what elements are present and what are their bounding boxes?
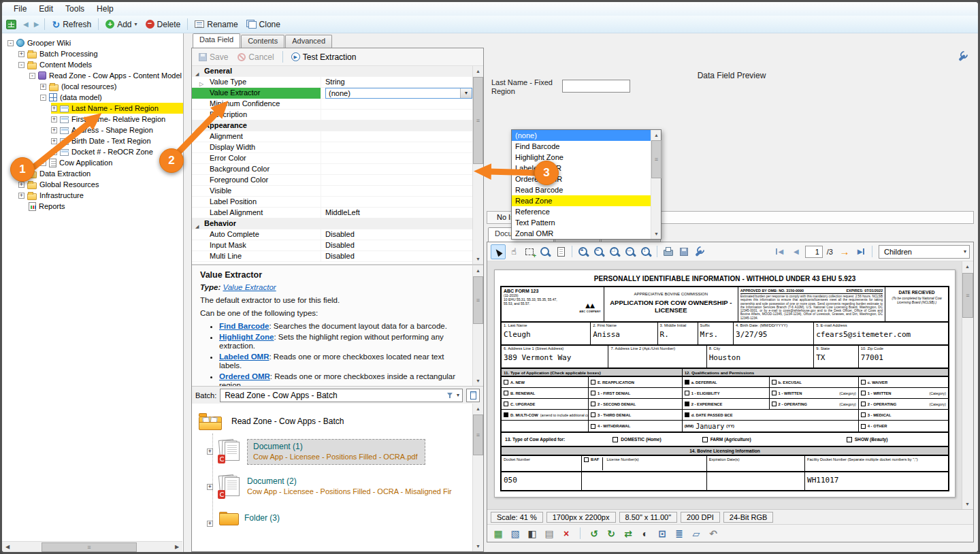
children-dropdown[interactable]: Children▾ — [879, 245, 970, 259]
forward-button[interactable]: ▶ — [31, 19, 42, 29]
menu-help[interactable]: Help — [91, 3, 120, 14]
tree-item-infrastructure[interactable]: +Infrastructure — [2, 190, 183, 201]
property-row-value-type[interactable]: ▷Value TypeString — [192, 77, 483, 88]
batch-expand-icon[interactable]: + — [207, 449, 213, 455]
pointer-button[interactable] — [491, 244, 506, 259]
category-collapse-icon[interactable]: ◢ — [195, 69, 199, 77]
dropdown-item-none[interactable]: (none) — [512, 130, 651, 141]
expand-icon[interactable]: + — [18, 182, 24, 188]
scroll-down-icon[interactable]: ▼ — [962, 499, 973, 509]
property-row-visible[interactable]: Visible — [192, 186, 483, 197]
zoom-selection-button[interactable]: □ — [607, 244, 622, 259]
property-row-minimum-confidence[interactable]: Minimum Confidence — [192, 99, 483, 110]
scroll-thumb[interactable] — [651, 140, 662, 178]
menu-tools[interactable]: Tools — [59, 3, 91, 14]
page-number-input[interactable]: 1 — [805, 246, 823, 258]
rotate-right-button[interactable]: ↻ — [605, 527, 617, 540]
dropdown-scrollbar[interactable]: ▲ ▼ — [651, 130, 661, 239]
dropdown-item-reference[interactable]: Reference — [512, 206, 651, 217]
value-extractor-combo[interactable]: (none)▾ — [325, 88, 472, 99]
tree-item-local-resources[interactable]: +(local resources) — [2, 81, 183, 92]
panel-splitter[interactable] — [184, 33, 191, 552]
collapse-icon[interactable]: - — [18, 62, 24, 68]
scroll-thumb[interactable] — [962, 273, 973, 318]
help-term-link[interactable]: Labeled OMR — [219, 353, 269, 361]
test-extraction-button[interactable]: ▶Test Extraction — [287, 51, 361, 63]
menu-edit[interactable]: Edit — [33, 3, 59, 14]
tab-advanced[interactable]: Advanced — [285, 35, 332, 48]
tree-item-batch-processing[interactable]: +Batch Processing — [2, 48, 183, 59]
next-page-button[interactable]: → — [837, 244, 852, 259]
undo-button[interactable]: ↶ — [707, 527, 719, 540]
batch-expand-icon[interactable]: + — [207, 484, 213, 490]
batch-scrollbar[interactable]: ▲ ▼ — [472, 404, 483, 551]
document-area[interactable]: PERSONALLY IDENTIFIABLE INFORMATION - WI… — [487, 261, 973, 509]
help-term-link[interactable]: Highlight Zone — [219, 333, 274, 341]
tree-item-content-models[interactable]: -Content Models — [2, 59, 183, 70]
property-row-alignment[interactable]: Alignment — [192, 131, 483, 142]
tree-item-grooper-wiki[interactable]: -Grooper Wiki — [2, 37, 183, 48]
scroll-up-icon[interactable]: ▲ — [651, 130, 662, 140]
batch-selector[interactable]: Read Zone - Cow Apps - Batch ▾ — [220, 389, 463, 402]
batch-item-document-1[interactable]: Document (1)Cow App - Licensee - Positio… — [219, 439, 425, 465]
refresh-button[interactable]: ↻Refresh — [48, 18, 95, 31]
dropdown-item-read-barcode[interactable]: Read Barcode — [512, 184, 651, 195]
help-term-link[interactable]: Ordered OMR — [219, 372, 270, 380]
save-view-button[interactable] — [676, 244, 691, 259]
property-row-label-alignment[interactable]: Label AlignmentMiddleLeft — [192, 208, 483, 218]
expand-icon[interactable]: + — [40, 160, 46, 166]
tree-item-first-name-relative-region[interactable]: +First Name- Relative Region — [2, 114, 183, 125]
property-expand-icon[interactable]: ▷ — [199, 79, 203, 88]
collapse-icon[interactable]: - — [29, 73, 35, 79]
scroll-down-icon[interactable]: ▼ — [651, 229, 662, 239]
tree-item-address-shape-region[interactable]: +Address - Shape Region — [2, 125, 183, 135]
property-row-auto-complete[interactable]: Auto CompleteDisabled — [192, 229, 483, 240]
batch-root-node[interactable]: Read Zone - Cow Apps - Batch — [199, 412, 344, 430]
expand-icon[interactable]: + — [40, 84, 46, 90]
scroll-down-icon[interactable]: ▼ — [473, 376, 483, 386]
zoom-window-button[interactable] — [538, 244, 553, 259]
scroll-thumb[interactable] — [473, 414, 483, 455]
save-image-button[interactable]: ▦ — [492, 527, 504, 540]
property-row-value-extractor[interactable]: Value Extractor(none)▾ — [192, 88, 483, 99]
category-collapse-icon[interactable]: ◢ — [195, 123, 199, 131]
scroll-left-icon[interactable]: ◀ — [2, 542, 13, 553]
invert-button[interactable]: ◐ — [639, 527, 651, 540]
property-row-foreground-color[interactable]: Foreground Color — [192, 175, 483, 186]
viewer-settings-button[interactable] — [692, 244, 707, 259]
scroll-up-icon[interactable]: ▲ — [473, 265, 483, 276]
scroll-thumb[interactable] — [42, 542, 137, 552]
scroll-thumb[interactable] — [473, 276, 483, 324]
scroll-up-icon[interactable]: ▲ — [473, 66, 483, 76]
scroll-right-icon[interactable]: ▶ — [172, 542, 182, 553]
print-button[interactable] — [661, 244, 676, 259]
expand-icon[interactable]: + — [51, 127, 57, 133]
preview-field-input[interactable] — [562, 80, 630, 93]
dropdown-item-zonal-omr[interactable]: Zonal OMR — [512, 228, 651, 239]
export-image-button[interactable]: ▤ — [543, 527, 555, 540]
expand-icon[interactable]: + — [18, 51, 24, 57]
scroll-down-icon[interactable]: ▼ — [473, 254, 483, 264]
help-type-link[interactable]: Value Extractor — [223, 283, 276, 291]
batch-document-button[interactable] — [466, 389, 480, 402]
back-button[interactable]: ◀ — [20, 19, 31, 29]
tree-item-last-name-fixed-region[interactable]: +Last Name - Fixed Region — [2, 103, 183, 114]
expand-icon[interactable]: + — [51, 105, 57, 112]
dropdown-item-read-zone[interactable]: Read Zone — [512, 195, 651, 206]
batch-expand-icon[interactable]: + — [207, 521, 213, 527]
property-row-label-position[interactable]: Label Position — [192, 197, 483, 208]
rotate-left-button[interactable]: ↺ — [588, 527, 600, 540]
tree-item-global-resources[interactable]: +Global Resources — [2, 179, 183, 190]
scroll-up-icon[interactable]: ▲ — [473, 404, 483, 414]
scroll-track[interactable] — [13, 542, 172, 553]
expand-icon[interactable]: + — [51, 116, 57, 123]
help-scrollbar[interactable]: ▲ ▼ — [472, 265, 483, 386]
scroll-thumb[interactable] — [473, 77, 483, 164]
tree-item-docket-reocr-zone[interactable]: +Docket # - ReOCR Zone — [2, 146, 183, 157]
fit-height-button[interactable]: ↕ — [638, 244, 653, 259]
dropdown-item-labeled-omr[interactable]: Labeled OMR — [512, 163, 651, 174]
delete-button[interactable]: −Delete — [142, 18, 185, 31]
tree-item-reports[interactable]: Reports — [2, 201, 183, 212]
add-button[interactable]: +Add▾ — [101, 18, 141, 31]
previous-page-button[interactable]: ◀ — [789, 244, 804, 259]
